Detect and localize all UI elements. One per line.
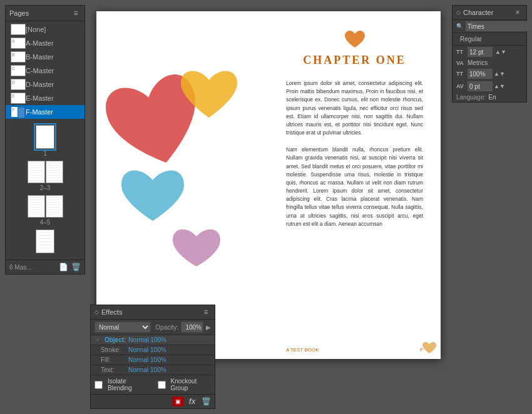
char-baseline-input[interactable] bbox=[468, 81, 493, 91]
effects-opacity-label: Opacity: bbox=[155, 324, 178, 331]
c-master-label: C-Master bbox=[26, 67, 54, 74]
effects-expand-icon[interactable]: ▶ bbox=[206, 324, 211, 331]
pages-item-b-master[interactable]: B B-Master bbox=[6, 50, 84, 64]
char-scale-input[interactable] bbox=[468, 69, 493, 79]
effects-text-label: Text: bbox=[101, 366, 126, 373]
effects-menu-icon[interactable]: ≡ bbox=[201, 307, 211, 317]
char-scale-row: TT ▲▼ bbox=[453, 68, 526, 80]
none-thumb bbox=[11, 24, 26, 35]
effects-fill-value: Normal 100% bbox=[128, 356, 166, 363]
footer-book-title: A TEST BOOK bbox=[286, 347, 319, 353]
spreads-area: 1 2–3 4–5 bbox=[6, 120, 84, 260]
char-language-label: Language: bbox=[456, 94, 486, 101]
effects-title-area: ◇ Effects bbox=[95, 308, 122, 316]
char-size-stepper[interactable]: ▲▼ bbox=[495, 49, 506, 55]
pages-panel: Pages ≡ [None] A A-Master B B-Master C C… bbox=[5, 5, 85, 275]
spread-extra bbox=[36, 230, 54, 253]
e-master-thumb: E bbox=[11, 93, 26, 104]
pages-item-c-master[interactable]: C C-Master bbox=[6, 64, 84, 78]
char-baseline-icon: AV bbox=[456, 83, 466, 89]
char-baseline-stepper[interactable]: ▲▼ bbox=[494, 83, 505, 89]
char-size-row: TT ▲▼ bbox=[453, 46, 526, 58]
pages-panel-header-icons: ≡ bbox=[71, 8, 81, 18]
chapter-heart bbox=[286, 30, 423, 51]
char-metrics-label: Metrics bbox=[468, 59, 488, 66]
spread-group-45[interactable]: 4–5 bbox=[28, 195, 63, 226]
pages-count: 6 Mas... bbox=[9, 264, 32, 271]
spread-45-pages bbox=[28, 195, 63, 218]
pages-item-f-master[interactable]: F F-Master bbox=[6, 105, 84, 119]
effects-fill-label: Fill: bbox=[101, 356, 126, 363]
pages-item-a-master[interactable]: A A-Master bbox=[6, 36, 84, 50]
pages-menu-icon[interactable]: ≡ bbox=[71, 8, 81, 18]
spread-group-extra[interactable] bbox=[36, 230, 54, 255]
knockout-group-label: Knockout Group bbox=[171, 378, 211, 391]
effects-panel: ◇ Effects ≡ Normal Opacity: ▶ ▼ Object: … bbox=[90, 305, 215, 409]
b-master-thumb: B bbox=[11, 51, 26, 63]
char-language-row: Language: En bbox=[453, 93, 526, 102]
body-text-2: Nam elementum blandit nulla, rhoncus pre… bbox=[286, 146, 423, 228]
char-font-search-row: 🔍 bbox=[453, 20, 526, 33]
none-label: [None] bbox=[26, 26, 46, 33]
pages-panel-footer: 6 Mas... 📄 🗑️ bbox=[6, 260, 84, 274]
char-header-left: ◇ Character bbox=[456, 9, 493, 16]
isolate-blending-label: Isolate Blending bbox=[108, 378, 148, 391]
effects-stroke-label: Stroke: bbox=[101, 346, 126, 353]
char-style-row: Regular bbox=[453, 33, 526, 46]
effects-blend-row: Normal Opacity: ▶ bbox=[91, 320, 215, 335]
isolate-blending-checkbox[interactable] bbox=[95, 381, 103, 389]
char-search-icon: 🔍 bbox=[456, 23, 463, 29]
knockout-group-checkbox[interactable] bbox=[158, 381, 166, 389]
character-panel: ◇ Character × 🔍 Regular TT ▲▼ VA Metrics… bbox=[452, 5, 527, 103]
effects-stroke-value: Normal 100% bbox=[128, 346, 166, 353]
hearts-svg bbox=[96, 36, 269, 286]
page-footer: A TEST BOOK F bbox=[286, 347, 423, 353]
effects-text-value: Normal 100% bbox=[128, 366, 166, 373]
spread-label-45: 4–5 bbox=[40, 219, 51, 226]
a-master-thumb: A bbox=[11, 38, 26, 49]
pages-list: [None] A A-Master B B-Master C C-Master … bbox=[6, 21, 84, 120]
pages-item-d-master[interactable]: D D-Master bbox=[6, 78, 84, 91]
effects-delete-icon[interactable]: 🗑️ bbox=[201, 396, 211, 406]
spread-23-pages bbox=[28, 161, 63, 183]
d-master-label: D-Master bbox=[26, 81, 54, 88]
pages-item-none[interactable]: [None] bbox=[6, 23, 84, 36]
spread-45-right bbox=[46, 195, 63, 218]
effects-blend-mode-select[interactable]: Normal bbox=[95, 321, 151, 333]
effects-fx-icon[interactable]: fx bbox=[187, 396, 197, 406]
effects-fill-row: Fill: Normal 100% bbox=[91, 355, 215, 365]
char-size-input[interactable] bbox=[468, 47, 493, 57]
spread-group-23[interactable]: 2–3 bbox=[28, 161, 63, 191]
new-page-icon[interactable]: 📄 bbox=[58, 262, 68, 272]
effects-opacity-input[interactable] bbox=[181, 321, 203, 333]
spread-single-1 bbox=[36, 125, 54, 149]
effects-checkbox-row: Isolate Blending Knockout Group bbox=[91, 375, 215, 394]
char-metrics-row: VA Metrics bbox=[453, 58, 526, 68]
char-font-input[interactable] bbox=[466, 21, 532, 31]
a-master-label: A-Master bbox=[26, 39, 54, 47]
c-master-thumb: C bbox=[11, 65, 26, 76]
effects-footer: ▣ fx 🗑️ bbox=[91, 394, 215, 408]
char-scale-stepper[interactable]: ▲▼ bbox=[494, 71, 505, 77]
character-close-icon[interactable]: × bbox=[513, 8, 523, 18]
effects-object-toggle: ▼ bbox=[95, 336, 101, 343]
right-page-content: CHAPTER ONE Lorem ipsum dolor sit amet, … bbox=[269, 11, 441, 250]
character-panel-header: ◇ Character × bbox=[453, 6, 526, 20]
effects-object-label: Object: bbox=[105, 336, 126, 343]
pages-panel-title: Pages bbox=[9, 9, 29, 17]
spread-23-left bbox=[28, 161, 45, 183]
delete-page-icon[interactable]: 🗑️ bbox=[71, 262, 81, 272]
effects-object-value: Normal 100% bbox=[128, 336, 166, 343]
char-language-value: En bbox=[488, 94, 496, 101]
pages-item-e-master[interactable]: E E-Master bbox=[6, 91, 84, 105]
chapter-title: CHAPTER ONE bbox=[286, 54, 423, 67]
pages-footer-icons: 📄 🗑️ bbox=[58, 262, 81, 272]
effects-object-row[interactable]: ▼ Object: Normal 100% bbox=[91, 335, 215, 345]
b-master-label: B-Master bbox=[26, 53, 54, 61]
effects-new-icon[interactable]: ▣ bbox=[172, 396, 183, 406]
d-master-thumb: D bbox=[11, 79, 26, 90]
spread-group-1[interactable]: 1 bbox=[36, 125, 54, 157]
char-diamond-icon: ◇ bbox=[456, 9, 461, 16]
right-page[interactable]: CHAPTER ONE Lorem ipsum dolor sit amet, … bbox=[269, 11, 441, 359]
effects-text-row: Text: Normal 100% bbox=[91, 365, 215, 375]
